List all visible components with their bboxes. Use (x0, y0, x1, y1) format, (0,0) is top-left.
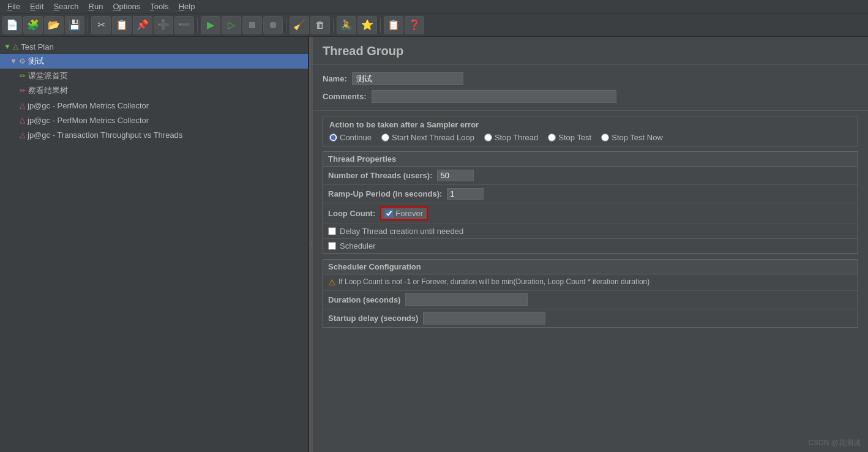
tree-area: ▼ △ Test Plan ▼ ⚙ 测试 ✏ 课堂派首页 ✏ 察看结果树 △ j… (0, 37, 308, 452)
tree-item-perfmon2[interactable]: △ jp@gc - PerfMon Metrics Collector (0, 113, 308, 127)
toolbar: 📄 🧩 📂 💾 ✂ 📋 📌 ➕ ➖ ▶ ▷ ⏹ ⏺ 🧹 🗑 🚴 ⭐ 📋 ❓ (0, 13, 868, 37)
radio-continue[interactable]: Continue (329, 133, 372, 142)
menu-run[interactable]: Run (84, 1, 108, 12)
menu-edit[interactable]: Edit (25, 1, 48, 12)
radio-stop-test-input[interactable] (548, 134, 556, 141)
ramp-up-input[interactable] (447, 188, 484, 200)
error-action-title: Action to be taken after a Sampler error (329, 120, 851, 129)
radio-stop-thread[interactable]: Stop Thread (484, 133, 538, 142)
sep3 (286, 18, 286, 32)
name-row: Name: (323, 70, 858, 88)
scheduler-checkbox[interactable] (328, 242, 336, 250)
num-threads-row: Number of Threads (users): (323, 167, 858, 185)
test-group-label: 测试 (28, 56, 44, 67)
delay-creation-row: Delay Thread creation until needed (323, 224, 858, 239)
loop-count-row: Loop Count: Forever (323, 203, 858, 224)
name-section: Name: Comments: (313, 65, 868, 111)
scheduler-note-text: If Loop Count is not -1 or Forever, dura… (339, 277, 649, 286)
radio-stop-test-now[interactable]: Stop Test Now (601, 133, 663, 142)
test-group-icon: ▼ ⚙ (10, 57, 26, 66)
radio-stop-test[interactable]: Stop Test (548, 133, 591, 142)
scheduler-row: Scheduler (323, 239, 858, 254)
btn-start-nolog[interactable]: ▷ (222, 16, 241, 34)
btn-open[interactable]: 📂 (44, 16, 64, 34)
btn-clear[interactable]: 🧹 (290, 16, 309, 34)
radio-stop-test-now-input[interactable] (601, 134, 609, 141)
thread-properties-title: Thread Properties (323, 152, 858, 167)
perfmon2-label: jp@gc - PerfMon Metrics Collector (28, 116, 149, 125)
btn-copy[interactable]: 📋 (112, 16, 132, 34)
homepage-icon: ✏ (20, 72, 26, 80)
scheduler-config-section: Scheduler Configuration ⚠ If Loop Count … (323, 259, 858, 328)
btn-stop[interactable]: ⏹ (242, 16, 262, 34)
comments-label: Comments: (323, 92, 367, 101)
ramp-up-row: Ramp-Up Period (in seconds): (323, 185, 858, 203)
forever-checkbox[interactable] (385, 209, 393, 217)
scheduler-note: ⚠ If Loop Count is not -1 or Forever, du… (323, 274, 858, 291)
menu-help[interactable]: Help (174, 1, 200, 12)
thread-properties-section: Thread Properties Number of Threads (use… (323, 151, 858, 254)
btn-shutdown[interactable]: ⏺ (263, 16, 283, 34)
delay-creation-checkbox[interactable] (328, 227, 336, 235)
radio-continue-input[interactable] (329, 134, 337, 141)
btn-new[interactable]: 📄 (2, 16, 22, 34)
result-tree-icon: ✏ (20, 86, 26, 95)
btn-remote-start[interactable]: ⭐ (357, 16, 377, 34)
sep5 (380, 18, 381, 32)
delay-creation-label[interactable]: Delay Thread creation until needed (340, 227, 463, 236)
scheduler-label[interactable]: Scheduler (340, 241, 376, 250)
radio-stop-test-label: Stop Test (558, 133, 591, 142)
btn-start[interactable]: ▶ (201, 16, 220, 34)
error-action-section: Action to be taken after a Sampler error… (323, 116, 858, 146)
radio-stop-test-now-label: Stop Test Now (612, 133, 663, 142)
menu-tools[interactable]: Tools (145, 1, 173, 12)
tree-item-perfmon1[interactable]: △ jp@gc - PerfMon Metrics Collector (0, 98, 308, 113)
btn-help[interactable]: ❓ (405, 16, 424, 34)
btn-function-helper[interactable]: 📋 (384, 16, 403, 34)
btn-templates[interactable]: 🧩 (23, 16, 43, 34)
perfmon2-icon: △ (20, 116, 25, 124)
btn-cut[interactable]: ✂ (91, 16, 111, 34)
throughput-icon: △ (20, 130, 25, 139)
duration-input[interactable] (405, 293, 528, 306)
perfmon1-icon: △ (20, 101, 25, 110)
tree-item-result-tree[interactable]: ✏ 察看结果树 (0, 83, 308, 98)
menu-file[interactable]: File (2, 1, 25, 12)
forever-checkbox-container[interactable]: Forever (380, 206, 428, 220)
btn-run-select[interactable]: 🚴 (337, 16, 356, 34)
startup-delay-row: Startup delay (seconds) (323, 309, 858, 327)
sep2 (197, 18, 198, 32)
radio-stop-thread-label: Stop Thread (495, 133, 538, 142)
radio-start-next-input[interactable] (381, 134, 389, 141)
radio-start-next[interactable]: Start Next Thread Loop (381, 133, 474, 142)
btn-clear-all[interactable]: 🗑 (310, 16, 330, 34)
tree-item-test-plan[interactable]: ▼ △ Test Plan (0, 39, 308, 54)
radio-continue-label: Continue (340, 133, 372, 142)
duration-row: Duration (seconds) (323, 291, 858, 309)
duration-label: Duration (seconds) (328, 295, 400, 304)
btn-save[interactable]: 💾 (65, 16, 84, 34)
startup-delay-label: Startup delay (seconds) (328, 314, 418, 323)
startup-delay-input[interactable] (423, 312, 545, 325)
num-threads-label: Number of Threads (users): (328, 171, 432, 180)
throughput-label: jp@gc - Transaction Throughput vs Thread… (28, 130, 182, 140)
num-threads-input[interactable] (437, 170, 474, 181)
menu-search[interactable]: Search (48, 1, 83, 12)
name-input[interactable] (352, 72, 463, 85)
menu-bar: File Edit Search Run Options Tools Help (0, 0, 868, 13)
loop-count-label: Loop Count: (328, 209, 375, 218)
tree-item-test-group[interactable]: ▼ ⚙ 测试 (0, 54, 308, 69)
comments-input[interactable] (372, 90, 616, 103)
btn-add[interactable]: ➕ (154, 16, 173, 34)
left-panel: ▼ △ Test Plan ▼ ⚙ 测试 ✏ 课堂派首页 ✏ 察看结果树 △ j… (0, 37, 309, 452)
homepage-label: 课堂派首页 (28, 70, 68, 81)
tree-item-homepage[interactable]: ✏ 课堂派首页 (0, 69, 308, 83)
ramp-up-label: Ramp-Up Period (in seconds): (328, 189, 442, 198)
comments-row: Comments: (323, 88, 858, 105)
menu-options[interactable]: Options (108, 1, 145, 12)
test-plan-icon: ▼ △ (4, 42, 18, 51)
radio-stop-thread-input[interactable] (484, 134, 492, 141)
tree-item-throughput[interactable]: △ jp@gc - Transaction Throughput vs Thre… (0, 127, 308, 142)
btn-paste[interactable]: 📌 (133, 16, 152, 34)
btn-remove[interactable]: ➖ (174, 16, 194, 34)
